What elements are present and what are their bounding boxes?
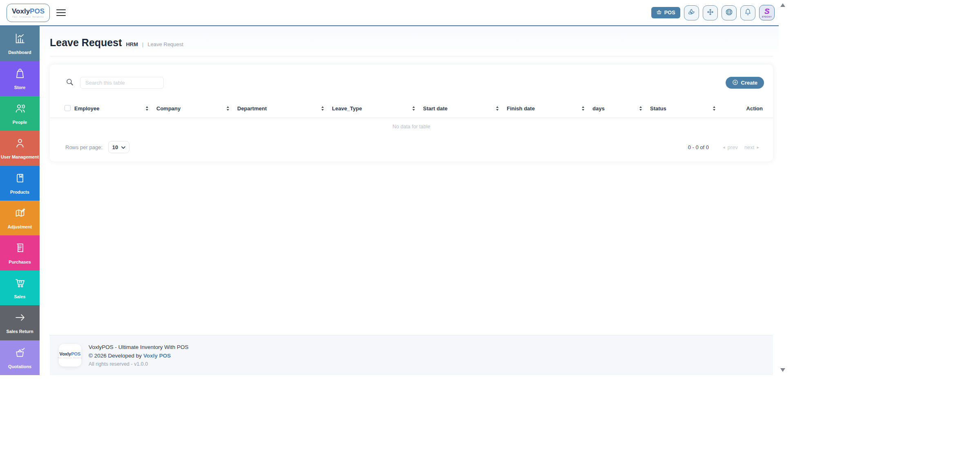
- brand-tagline: Fast. Innovative. Reliability: [13, 16, 44, 18]
- book-icon: [14, 172, 26, 186]
- user-icon: [14, 137, 26, 151]
- page-head: Leave Request HRM | Leave Request: [40, 26, 779, 49]
- notifications-button[interactable]: [740, 5, 755, 20]
- sidebar-item-people[interactable]: People: [0, 96, 40, 131]
- search-input[interactable]: [80, 77, 164, 89]
- arrow-right-icon: [14, 311, 26, 325]
- footer-line2: © 2026 Developed byVoxly POS: [89, 353, 189, 359]
- sort-icon[interactable]: [582, 106, 584, 111]
- sidebar-item-sales[interactable]: Sales: [0, 271, 40, 305]
- user-avatar[interactable]: S STOCKY: [759, 5, 775, 20]
- main-content: Leave Request HRM | Leave Request: [40, 26, 779, 375]
- pos-button[interactable]: POS: [651, 7, 680, 18]
- bell-icon: [744, 8, 752, 18]
- breadcrumb-separator: |: [142, 41, 143, 47]
- expand-arrows-icon: [706, 8, 715, 18]
- column-header-action: Action: [724, 105, 773, 112]
- sidebar: Dashboard Store People: [0, 26, 40, 375]
- header-actions: POS: [651, 5, 775, 20]
- shopping-bag-icon: [14, 67, 26, 81]
- app-window: VoxlyPOS Fast. Innovative. Reliability P…: [0, 0, 788, 375]
- sidebar-item-store[interactable]: Store: [0, 61, 40, 96]
- scroll-up-arrow[interactable]: [780, 3, 785, 7]
- table-toolbar: Create: [50, 65, 773, 99]
- people-group-icon: [14, 102, 26, 116]
- sort-icon[interactable]: [639, 106, 642, 111]
- empty-table-message: No data for table: [50, 118, 773, 134]
- sidebar-item-purchases[interactable]: Purchases: [0, 235, 40, 270]
- create-button[interactable]: Create: [726, 77, 764, 89]
- plus-circle-icon: [732, 79, 738, 87]
- sidebar-item-adjustment[interactable]: Adjustment: [0, 201, 40, 235]
- sort-icon[interactable]: [496, 106, 499, 111]
- table-pagination: Rows per page: 10 0 - 0 of 0 ◂ prev: [50, 134, 773, 161]
- brand-name: VoxlyPOS: [12, 8, 45, 15]
- basket-check-icon: [14, 347, 26, 360]
- rows-per-page-select[interactable]: 10: [108, 141, 129, 153]
- footer-line1: VoxlyPOS - Ultimate Inventory With POS: [89, 344, 189, 350]
- avatar-label: STOCKY: [762, 16, 772, 18]
- column-header-company[interactable]: Company: [156, 105, 237, 112]
- moon-cloud-icon: [687, 8, 696, 18]
- menu-toggle[interactable]: [56, 9, 66, 16]
- column-header-status[interactable]: Status: [650, 105, 724, 112]
- select-all-checkbox[interactable]: [65, 105, 71, 111]
- prev-arrow-icon: ◂: [723, 145, 725, 150]
- search-icon: [65, 78, 74, 88]
- sort-icon[interactable]: [713, 106, 715, 111]
- voxly-pos-link[interactable]: Voxly POS: [143, 353, 171, 359]
- sort-icon[interactable]: [146, 106, 148, 111]
- dark-mode-button[interactable]: [684, 5, 699, 20]
- map-pencil-icon: [14, 207, 26, 221]
- leave-request-card: Create Employee Company Department: [50, 65, 773, 161]
- sidebar-item-dashboard[interactable]: Dashboard: [0, 26, 40, 61]
- footer-line3: All rights reserved - v1.0.0: [89, 361, 189, 367]
- column-header-department[interactable]: Department: [237, 105, 332, 112]
- basket-icon: [656, 9, 662, 16]
- sort-icon[interactable]: [227, 106, 229, 111]
- pagination-range: 0 - 0 of 0: [688, 144, 709, 150]
- rows-per-page-label: Rows per page:: [65, 144, 102, 150]
- column-header-days[interactable]: days: [592, 105, 650, 112]
- footer-logo: VoxlyPOS Fast. Innovative. Reliability: [59, 344, 81, 367]
- sidebar-item-quotations[interactable]: Quotations: [0, 340, 40, 375]
- breadcrumb-section: HRM: [126, 41, 138, 47]
- language-button[interactable]: [722, 5, 737, 20]
- prev-page-button[interactable]: ◂ prev: [723, 144, 738, 150]
- brand-logo[interactable]: VoxlyPOS Fast. Innovative. Reliability: [7, 4, 50, 22]
- column-header-finish-date[interactable]: Finish date: [507, 105, 592, 112]
- column-header-employee[interactable]: Employee: [74, 105, 156, 112]
- column-header-start-date[interactable]: Start date: [423, 105, 507, 112]
- sidebar-item-user-management[interactable]: User Management: [0, 131, 40, 165]
- next-arrow-icon: ▸: [757, 145, 759, 150]
- sort-icon[interactable]: [412, 106, 415, 111]
- page-footer: VoxlyPOS Fast. Innovative. Reliability V…: [50, 335, 773, 375]
- breadcrumb-current: Leave Request: [147, 41, 183, 47]
- page-title: Leave Request: [50, 37, 122, 49]
- sidebar-item-sales-return[interactable]: Sales Return: [0, 305, 40, 340]
- chevron-down-icon: [121, 144, 125, 150]
- cart-icon: [14, 277, 26, 291]
- table-header-row: Employee Company Department Leave_Type S…: [50, 99, 773, 118]
- sort-icon[interactable]: [321, 106, 324, 111]
- receipt-icon: [14, 242, 26, 256]
- globe-icon: [725, 8, 733, 18]
- top-header: VoxlyPOS Fast. Innovative. Reliability P…: [0, 0, 779, 26]
- column-header-leave-type[interactable]: Leave_Type: [332, 105, 423, 112]
- sidebar-item-products[interactable]: Products: [0, 166, 40, 201]
- bar-chart-icon: [14, 32, 26, 46]
- fullscreen-button[interactable]: [703, 5, 718, 20]
- next-page-button[interactable]: next ▸: [744, 144, 759, 150]
- scroll-down-arrow[interactable]: [780, 368, 785, 372]
- head-divider: [50, 56, 773, 56]
- stocky-logo-icon: S: [764, 8, 769, 15]
